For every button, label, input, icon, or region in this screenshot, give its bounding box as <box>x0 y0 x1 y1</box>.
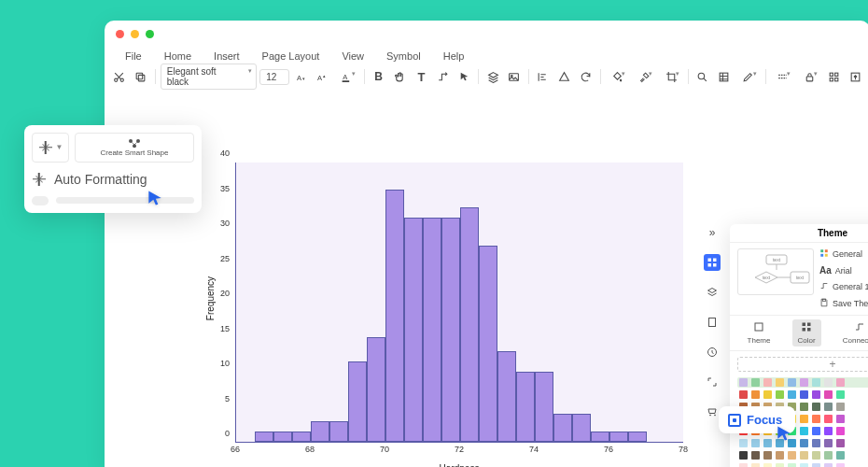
color-swatch <box>763 463 772 467</box>
chart-bar <box>628 432 647 442</box>
text-tool-icon[interactable]: T <box>413 67 431 86</box>
search-icon[interactable] <box>693 67 712 86</box>
theme-sidelist-item[interactable]: General <box>819 248 868 260</box>
font-family-select[interactable]: Elegant soft black <box>161 64 258 90</box>
chart-bar <box>255 432 273 442</box>
theme-tab-color[interactable]: Color <box>792 319 821 347</box>
y-tick-label: 30 <box>198 219 230 228</box>
table-icon[interactable] <box>715 67 734 86</box>
x-tick-label: 72 <box>455 445 464 454</box>
crop-icon[interactable] <box>659 67 683 86</box>
theme-sidelist-item[interactable]: General 1 <box>819 281 868 292</box>
color-swatch <box>800 463 808 467</box>
svg-text:text: text <box>796 275 805 280</box>
color-swatch <box>763 439 772 447</box>
menu-help[interactable]: Help <box>432 47 476 65</box>
theme-sidelist-item[interactable]: AaArial <box>819 265 868 276</box>
color-swatch <box>836 427 845 435</box>
auto-format-card: ▼ Create Smart Shape Auto Formatting <box>24 125 202 213</box>
color-swatch <box>800 451 808 460</box>
color-swatch <box>751 463 760 467</box>
color-swatch <box>824 403 833 411</box>
lock-icon[interactable] <box>797 67 821 86</box>
menu-file[interactable]: File <box>114 47 153 65</box>
rotate-icon[interactable] <box>577 67 595 86</box>
line-style-icon[interactable] <box>771 67 795 86</box>
svg-text:▴: ▴ <box>324 73 327 78</box>
theme-tab-theme[interactable]: Theme <box>742 319 777 347</box>
color-swatch <box>788 463 796 467</box>
palette-row[interactable]: General <box>737 377 868 388</box>
palette-row[interactable]: Sprinkle <box>737 462 868 467</box>
menubar: FileHomeInsertPage LayoutViewSymbolHelp <box>114 47 475 65</box>
theme-tab-connector[interactable]: Connector <box>837 319 868 347</box>
window-controls <box>116 30 154 38</box>
grid-icon <box>819 248 829 260</box>
chart-bar <box>273 432 292 442</box>
connector-tool-icon[interactable] <box>433 67 452 86</box>
hand-tool-icon[interactable] <box>391 67 410 86</box>
export-icon[interactable] <box>846 67 864 86</box>
palette-row[interactable]: Crystal <box>737 438 868 448</box>
svg-rect-14 <box>806 76 813 80</box>
color-swatch <box>751 378 760 387</box>
color-swatch <box>751 390 760 399</box>
grid-icon[interactable] <box>824 67 843 86</box>
cut-icon[interactable] <box>110 67 129 86</box>
color-swatch <box>800 439 808 447</box>
palette-row[interactable]: Broad <box>737 450 868 460</box>
color-swatch <box>824 451 833 460</box>
chart-bar <box>479 246 497 442</box>
image-icon[interactable] <box>505 67 524 86</box>
sparkle-dropdown-button[interactable]: ▼ <box>32 133 69 163</box>
increase-font-icon[interactable]: A▴ <box>314 67 332 86</box>
auto-format-slider[interactable] <box>32 196 194 205</box>
chart-bar <box>516 372 535 442</box>
layers-icon[interactable] <box>483 67 502 86</box>
pen-icon[interactable] <box>736 67 761 86</box>
ribbon-layer-icon[interactable] <box>704 284 721 301</box>
theme-preview-thumb[interactable]: text text text <box>737 248 814 295</box>
maximize-window-icon[interactable] <box>146 30 154 38</box>
fill-color-icon[interactable] <box>606 67 630 86</box>
decrease-font-icon[interactable]: A▾ <box>292 67 311 86</box>
add-palette-button[interactable]: + <box>737 357 868 372</box>
ribbon-page-icon[interactable] <box>704 314 721 331</box>
color-swatch <box>800 390 808 399</box>
ribbon-history-icon[interactable] <box>704 344 721 361</box>
menu-symbol[interactable]: Symbol <box>375 47 432 65</box>
theme-sidelist-item[interactable]: Save The... <box>819 298 868 309</box>
minimize-window-icon[interactable] <box>131 30 139 38</box>
theme-sidelist-label: General 1 <box>833 282 868 291</box>
chart-bar <box>497 351 516 443</box>
pointer-tool-icon[interactable] <box>455 67 473 86</box>
ribbon-resize-icon[interactable] <box>704 374 721 390</box>
eyedropper-icon[interactable] <box>632 67 656 86</box>
create-smart-shape-button[interactable]: Create Smart Shape <box>75 133 194 163</box>
font-size-select[interactable]: 12 <box>259 69 289 85</box>
align-icon[interactable] <box>534 67 553 86</box>
copy-icon[interactable] <box>132 67 150 86</box>
svg-point-0 <box>115 78 118 81</box>
x-axis-label: Hardness <box>235 463 683 467</box>
color-swatch <box>800 403 808 411</box>
color-swatch <box>788 451 796 460</box>
font-color-icon[interactable]: A <box>335 67 359 86</box>
close-window-icon[interactable] <box>116 30 124 38</box>
menu-insert[interactable]: Insert <box>203 47 251 65</box>
svg-rect-17 <box>830 78 833 80</box>
color-swatch <box>824 463 833 467</box>
menu-view[interactable]: View <box>330 47 375 65</box>
ribbon-theme-icon[interactable] <box>704 254 721 271</box>
bold-icon[interactable]: B <box>370 67 388 86</box>
palette-row[interactable]: Charm <box>737 389 868 400</box>
svg-rect-3 <box>136 73 143 79</box>
svg-rect-35 <box>822 299 825 301</box>
ribbon-expand-icon[interactable]: » <box>704 224 721 241</box>
chart-bar <box>292 432 311 442</box>
shape-icon[interactable] <box>555 67 574 86</box>
menu-home[interactable]: Home <box>153 47 203 65</box>
menu-page-layout[interactable]: Page Layout <box>251 47 331 65</box>
color-swatch <box>836 451 845 460</box>
svg-rect-33 <box>820 254 823 257</box>
